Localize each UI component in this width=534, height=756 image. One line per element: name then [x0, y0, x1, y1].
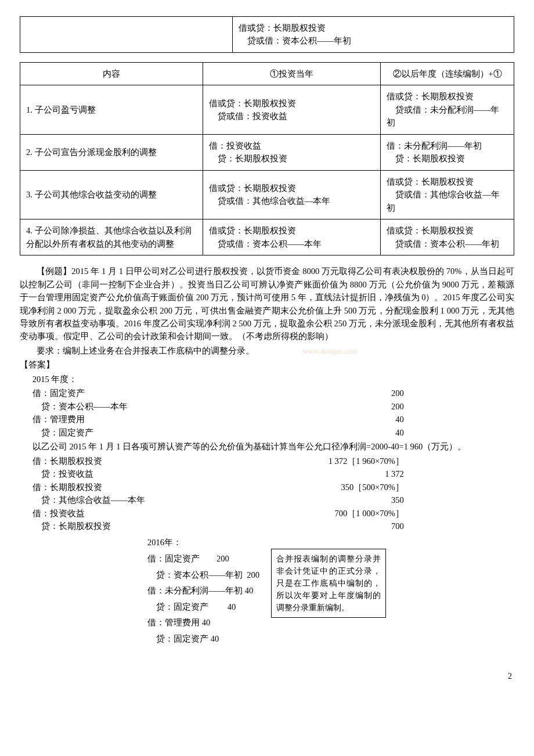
amount: 200	[85, 387, 404, 399]
journal-entry: 借：投资收益700［1 000×70%］	[33, 507, 404, 520]
account: 贷：固定资产	[33, 426, 93, 439]
cell-line: 借：投资收益	[209, 139, 374, 152]
example-requirement: 要求：编制上述业务在合并报表工作底稿中的调整分录。 www.dongao.com	[20, 344, 514, 357]
amount: 40	[93, 426, 404, 439]
watermark-text: www.dongao.com	[303, 347, 358, 355]
table-top-fragment: 借或贷：长期股权投资 贷或借：资本公积——年初	[20, 16, 514, 53]
answer-label: 【答案】	[20, 358, 514, 371]
cell-line: 借或贷：长期股权投资	[387, 90, 508, 103]
row1-current: 借或贷：长期股权投资 贷或借：投资收益	[203, 85, 380, 134]
row1-content: 1. 子公司盈亏调整	[20, 85, 203, 134]
row4-content: 4. 子公司除净损益、其他综合收益以及利润分配以外所有者权益的其他变动的调整	[20, 219, 203, 255]
table-row: 3. 子公司其他综合收益变动的调整 借或贷：长期股权投资 贷或借：其他综合收益—…	[20, 170, 514, 219]
table-row: 1. 子公司盈亏调整 借或贷：长期股权投资 贷或借：投资收益 借或贷：长期股权投…	[20, 85, 514, 134]
cell-line: 贷：长期股权投资	[209, 152, 374, 165]
cell-line: 贷或借：资本公积——本年	[209, 237, 374, 250]
journal-entry: 贷：其他综合收益——本年350	[33, 494, 404, 506]
example-question: 【例题】2015 年 1 月 1 日甲公司对乙公司进行股权投资，以货币资金 80…	[20, 265, 514, 343]
page-number: 2	[20, 670, 514, 683]
journal-entry: 借：未分配利润——年初 40	[147, 583, 259, 599]
cell-line: 借：未分配利润——年初	[387, 139, 508, 152]
callout-note: 合并报表编制的调整分录并非会计凭证中的正式分录，只是在工作底稿中编制的，所以次年…	[271, 549, 386, 618]
amount: 350	[145, 494, 404, 506]
row2-content: 2. 子公司宣告分派现金股利的调整	[20, 134, 203, 170]
account: 贷：投资收益	[33, 467, 93, 480]
row3-subsequent: 借或贷：长期股权投资 贷或借：其他综合收益—年初	[381, 170, 514, 219]
adjustment-entries-table: 内容 ①投资当年 ②以后年度（连续编制）+① 1. 子公司盈亏调整 借或贷：长期…	[20, 62, 514, 255]
cell-line: 贷或借：资本公积——年初	[387, 237, 508, 250]
account: 借：长期股权投资	[33, 481, 102, 494]
account: 贷：其他综合收益——本年	[33, 494, 145, 506]
journal-entry: 借：固定资产200	[33, 387, 404, 399]
journal-entry: 借：长期股权投资1 372［1 960×70%］	[33, 455, 404, 467]
cell-line: 借或贷：长期股权投资	[209, 97, 374, 110]
amount: 1 372［1 960×70%］	[102, 455, 404, 467]
t2-h3: ②以后年度（连续编制）+①	[381, 62, 514, 85]
amount: 350［500×70%］	[102, 481, 404, 494]
amount: 40	[85, 413, 404, 426]
requirement-text: 要求：编制上述业务在合并报表工作底稿中的调整分录。	[37, 346, 254, 355]
year-2015-label: 2015 年度：	[20, 373, 514, 386]
journal-entry: 贷：投资收益1 372	[33, 467, 404, 480]
account: 贷：资本公积——本年	[33, 400, 128, 413]
account: 贷：长期股权投资	[33, 520, 111, 532]
cell-line: 贷或借：其他综合收益—年初	[387, 188, 508, 214]
calc-line: 以乙公司 2015 年 1 月 1 日各项可辨认资产等的公允价值为基础计算当年公…	[20, 440, 514, 453]
journal-entry: 贷：固定资产 40	[147, 599, 259, 615]
journal-entry: 贷：长期股权投资700	[33, 520, 404, 532]
account: 借：固定资产	[33, 387, 85, 399]
table-row: 2. 子公司宣告分派现金股利的调整 借：投资收益 贷：长期股权投资 借：未分配利…	[20, 134, 514, 170]
t2-header-row: 内容 ①投资当年 ②以后年度（连续编制）+①	[20, 62, 514, 85]
row1-subsequent: 借或贷：长期股权投资 贷或借：未分配利润——年初	[381, 85, 514, 134]
t2-h2: ①投资当年	[203, 62, 380, 85]
year-2016-label: 2016年：	[147, 535, 259, 551]
cell-line: 借或贷：长期股权投资	[209, 224, 374, 237]
year-2016-entries: 2016年： 借：固定资产 200 贷：资本公积——年初 200 借：未分配利润…	[147, 535, 259, 647]
journal-entry: 借：管理费用40	[33, 413, 404, 426]
year-2016-block: 2016年： 借：固定资产 200 贷：资本公积——年初 200 借：未分配利润…	[20, 535, 514, 647]
row3-content: 3. 子公司其他综合收益变动的调整	[20, 170, 203, 219]
account: 借：管理费用	[33, 413, 85, 426]
cell-line: 贷或借：未分配利润——年初	[387, 103, 508, 129]
row3-current: 借或贷：长期股权投资 贷或借：其他综合收益—本年	[203, 170, 380, 219]
amount: 1 372	[93, 467, 404, 480]
cell-line: 借或贷：长期股权投资	[387, 224, 508, 237]
amount: 200	[128, 400, 404, 413]
table-row: 4. 子公司除净损益、其他综合收益以及利润分配以外所有者权益的其他变动的调整 借…	[20, 219, 514, 255]
cell-line: 贷或借：投资收益	[209, 110, 374, 123]
row2-subsequent: 借：未分配利润——年初 贷：长期股权投资	[381, 134, 514, 170]
row4-subsequent: 借或贷：长期股权投资 贷或借：资本公积——年初	[381, 219, 514, 255]
t1-left-empty	[20, 17, 233, 53]
cell-line: 借或贷：长期股权投资	[209, 182, 374, 195]
cell-line: 借或贷：长期股权投资	[387, 175, 508, 188]
t1-line2: 贷或借：资本公积——年初	[239, 34, 508, 47]
t1-right: 借或贷：长期股权投资 贷或借：资本公积——年初	[232, 17, 514, 53]
cell-line: 贷或借：其他综合收益—本年	[209, 195, 374, 207]
row2-current: 借：投资收益 贷：长期股权投资	[203, 134, 380, 170]
account: 借：投资收益	[33, 507, 85, 520]
journal-entry: 借：长期股权投资350［500×70%］	[33, 481, 404, 494]
journal-entry: 借：管理费用 40	[147, 615, 259, 631]
t2-h1: 内容	[20, 62, 203, 85]
journal-entry: 贷：固定资产 40	[147, 631, 259, 647]
row4-current: 借或贷：长期股权投资 贷或借：资本公积——本年	[203, 219, 380, 255]
t1-line1: 借或贷：长期股权投资	[239, 21, 508, 34]
cell-line: 贷：长期股权投资	[387, 152, 508, 165]
journal-entry: 贷：资本公积——本年200	[33, 400, 404, 413]
journal-entry: 贷：资本公积——年初 200	[147, 567, 259, 584]
amount: 700	[111, 520, 404, 532]
amount: 700［1 000×70%］	[85, 507, 404, 520]
journal-entry: 贷：固定资产40	[33, 426, 404, 439]
account: 借：长期股权投资	[33, 455, 102, 467]
journal-entry: 借：固定资产 200	[147, 551, 259, 567]
